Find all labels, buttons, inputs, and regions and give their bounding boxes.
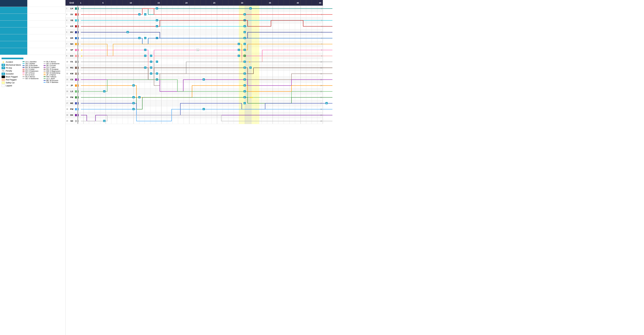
grid-line-28 xyxy=(228,71,234,76)
grid-line-13 xyxy=(145,29,150,35)
grid-line-7 xyxy=(111,118,117,124)
grid-line-38 xyxy=(284,35,290,41)
driver-flag-FM xyxy=(75,96,77,98)
grid-line-29 xyxy=(234,41,240,47)
grid-line-16 xyxy=(162,53,167,59)
grid-line-12 xyxy=(139,47,145,53)
grid-line-6 xyxy=(106,94,111,100)
grid-line-3 xyxy=(89,11,95,17)
grid-line-38 xyxy=(284,112,290,118)
grid-line-14 xyxy=(150,29,156,35)
grid-line-9 xyxy=(122,29,128,35)
grid-line-20 xyxy=(184,23,189,29)
grid-line-21 xyxy=(189,100,195,106)
grid-line-3 xyxy=(89,47,95,53)
grid-line-14 xyxy=(150,17,156,23)
grid-line-23 xyxy=(200,41,206,47)
grid-line-37 xyxy=(278,112,284,118)
lap-area-VB: 3 xyxy=(78,17,323,23)
grid-line-9 xyxy=(122,100,128,106)
grid-line-19 xyxy=(178,11,184,17)
grid-line-31 xyxy=(245,106,251,112)
grid-line-26 xyxy=(217,29,223,35)
grid-line-1 xyxy=(78,5,84,11)
grid-line-13 xyxy=(145,88,150,94)
grid-line-17 xyxy=(167,53,173,59)
grid-line-34 xyxy=(262,65,267,71)
grid-line-3 xyxy=(89,65,95,71)
grid-line-39 xyxy=(290,106,295,112)
driver-cell-CS: 13CS xyxy=(66,77,78,82)
grid-line-30 xyxy=(240,53,245,59)
grid-line-19 xyxy=(178,23,184,29)
grid-line-9 xyxy=(122,77,128,82)
grid-line-10 xyxy=(128,94,134,100)
grid-line-24 xyxy=(206,65,212,71)
grid-line-29 xyxy=(234,35,240,41)
grid-line-32 xyxy=(250,35,256,41)
grid-line-27 xyxy=(223,47,228,53)
grid-line-1 xyxy=(78,59,84,65)
grid-line-13 xyxy=(145,100,150,106)
grid-line-16 xyxy=(162,17,167,23)
grid-label: Grid xyxy=(66,0,78,5)
grid-line-1 xyxy=(78,17,84,23)
chart-header: Grid 151015202530354044 xyxy=(66,0,323,5)
grid-line-28 xyxy=(228,11,234,17)
grid-line-35 xyxy=(267,5,273,11)
grid-line-19 xyxy=(178,17,184,23)
lap-area-CS: 13 xyxy=(78,77,323,82)
grid-line-13 xyxy=(145,59,150,65)
grid-line-6 xyxy=(106,65,111,71)
grid-line-30 xyxy=(240,88,245,94)
grid-line-33 xyxy=(256,47,262,53)
driver-row-FM: 16FM16 xyxy=(66,94,323,100)
grid-line-27 xyxy=(223,29,228,35)
lap-header-14 xyxy=(150,0,156,5)
grid-line-16 xyxy=(162,35,167,41)
lap-header-38 xyxy=(284,0,290,5)
grid-line-24 xyxy=(206,100,212,106)
grid-lines-LH xyxy=(78,5,323,11)
grid-line-10 xyxy=(128,11,134,17)
grid-line-40 xyxy=(295,112,301,118)
grid-line-42 xyxy=(306,35,312,41)
grid-line-10 xyxy=(128,41,134,47)
grid-line-12 xyxy=(139,106,145,112)
grid-line-28 xyxy=(228,53,234,59)
pitstop-label: Pit stop xyxy=(6,67,12,69)
grid-line-8 xyxy=(117,88,122,94)
grid-line-36 xyxy=(273,23,278,29)
grid-line-2 xyxy=(84,112,89,118)
grid-line-22 xyxy=(195,77,200,82)
grid-line-36 xyxy=(273,35,278,41)
grid-line-32 xyxy=(250,112,256,118)
lap-header-35: 35 xyxy=(267,0,273,5)
grid-line-4 xyxy=(95,41,100,47)
grid-line-3 xyxy=(89,17,95,23)
grid-line-11 xyxy=(134,23,139,29)
grid-line-31 xyxy=(245,112,251,118)
grid-line-8 xyxy=(117,112,122,118)
grid-line-28 xyxy=(228,59,234,65)
grid-line-5 xyxy=(100,17,106,23)
grid-line-20 xyxy=(184,88,189,94)
grid-line-33 xyxy=(256,59,262,65)
grid-line-20 xyxy=(184,100,189,106)
svg-text:M: M xyxy=(326,102,327,104)
grid-line-43 xyxy=(312,77,318,82)
grid-line-33 xyxy=(256,53,262,59)
grid-line-32 xyxy=(250,53,256,59)
grid-line-35 xyxy=(267,17,273,23)
grid-line-14 xyxy=(150,47,156,53)
grid-line-20 xyxy=(184,83,189,88)
driver-flag-RG xyxy=(75,67,77,69)
grid-line-22 xyxy=(195,65,200,71)
grid-line-19 xyxy=(178,5,184,11)
svg-rect-95 xyxy=(325,102,328,104)
driver-cell-SV: 2SV xyxy=(66,11,78,17)
grid-line-25 xyxy=(212,100,217,106)
driver-cell-NH: 7NH xyxy=(66,41,78,47)
grid-line-24 xyxy=(206,23,212,29)
grid-line-27 xyxy=(223,94,228,100)
